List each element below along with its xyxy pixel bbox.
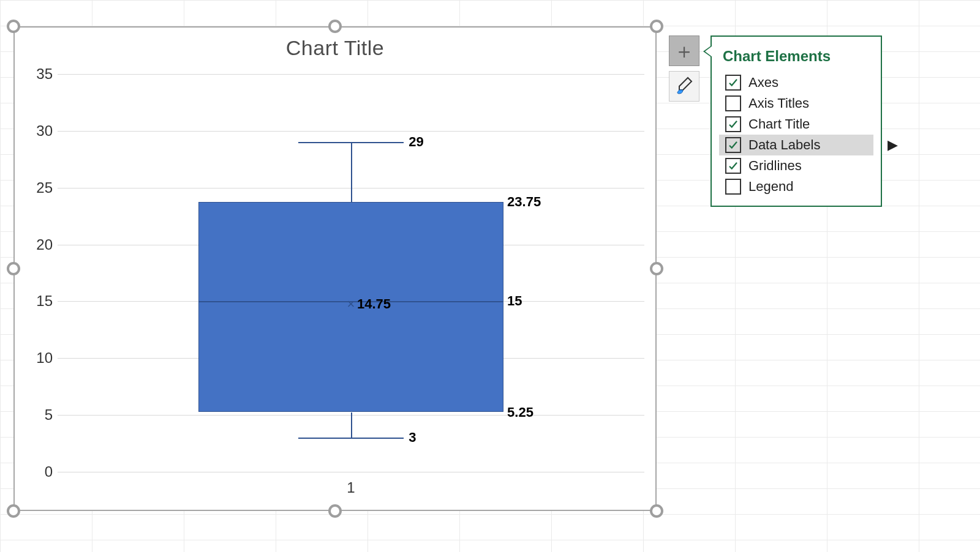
checkbox[interactable] xyxy=(725,95,741,111)
checkbox[interactable] xyxy=(725,179,741,195)
data-label-median: 15 xyxy=(507,293,522,309)
checkbox[interactable] xyxy=(725,75,741,91)
popout-title: Chart Elements xyxy=(723,48,870,65)
data-label-q1: 5.25 xyxy=(507,405,533,420)
whisker-lower xyxy=(351,412,352,438)
chart-title[interactable]: Chart Title xyxy=(15,36,655,60)
chart-object[interactable]: Chart Title 05101520253035×2923.751514.7… xyxy=(13,26,657,511)
whisker-cap-upper xyxy=(298,142,404,143)
popout-list: AxesAxis TitlesChart TitleData Labels▶Gr… xyxy=(723,72,870,197)
chart-elements-item[interactable]: Data Labels▶ xyxy=(719,135,873,155)
data-label-q3: 23.75 xyxy=(507,194,541,210)
y-tick-label: 10 xyxy=(22,349,53,367)
chart-elements-button[interactable]: ＋ xyxy=(669,35,699,66)
chart-elements-popout: Chart Elements AxesAxis TitlesChart Titl… xyxy=(710,35,882,207)
chart-elements-item[interactable]: Axis Titles xyxy=(723,93,870,114)
mean-marker: × xyxy=(347,297,355,311)
chart-elements-item-label: Axes xyxy=(748,75,778,91)
submenu-arrow-icon[interactable]: ▶ xyxy=(888,137,898,153)
data-label-mean: 14.75 xyxy=(357,296,391,312)
selection-handle[interactable] xyxy=(328,20,342,33)
y-tick-label: 30 xyxy=(22,122,53,140)
chart-elements-item[interactable]: Gridlines xyxy=(723,155,870,176)
selection-handle[interactable] xyxy=(650,20,663,33)
whisker-upper xyxy=(351,142,352,202)
chart-styles-button[interactable] xyxy=(669,71,699,102)
chart-elements-item-label: Data Labels xyxy=(748,137,820,153)
selection-handle[interactable] xyxy=(650,504,663,518)
chart-elements-item[interactable]: Chart Title xyxy=(723,114,870,135)
chart-elements-item[interactable]: Legend xyxy=(723,176,870,197)
x-tick-label: 1 xyxy=(347,479,355,496)
selection-handle[interactable] xyxy=(7,20,20,33)
y-tick-label: 15 xyxy=(22,293,53,310)
y-tick-label: 35 xyxy=(22,65,53,83)
chart-elements-item-label: Chart Title xyxy=(748,116,810,132)
chart-elements-item[interactable]: Axes xyxy=(723,72,870,93)
chart-elements-item-label: Gridlines xyxy=(748,158,802,174)
y-tick-label: 5 xyxy=(22,406,53,423)
selection-handle[interactable] xyxy=(7,504,20,518)
selection-handle[interactable] xyxy=(650,262,663,275)
gridline xyxy=(58,131,644,132)
checkbox[interactable] xyxy=(725,158,741,174)
data-label-max: 29 xyxy=(409,134,423,150)
chart-elements-item-label: Legend xyxy=(748,179,793,195)
y-tick-label: 20 xyxy=(22,236,53,253)
chart-elements-item-label: Axis Titles xyxy=(748,95,809,111)
whisker-cap-lower xyxy=(298,438,404,439)
checkbox[interactable] xyxy=(725,116,741,132)
selection-handle[interactable] xyxy=(328,504,342,518)
data-label-min: 3 xyxy=(409,430,416,446)
y-tick-label: 0 xyxy=(22,463,53,480)
y-tick-label: 25 xyxy=(22,179,53,196)
plot-area[interactable]: 05101520253035×2923.751514.755.2531 xyxy=(58,74,644,472)
plus-icon: ＋ xyxy=(674,40,695,61)
selection-handle[interactable] xyxy=(7,262,20,275)
checkbox[interactable] xyxy=(725,137,741,153)
brush-icon xyxy=(674,75,694,97)
gridline xyxy=(58,472,644,472)
gridline xyxy=(58,74,644,75)
